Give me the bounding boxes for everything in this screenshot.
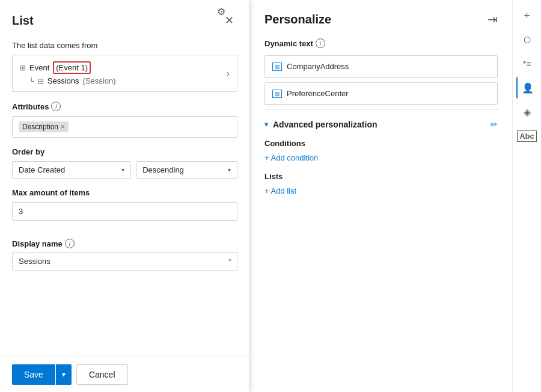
dynamic-text-header: Dynamic text i (264, 38, 498, 48)
attributes-box[interactable]: Description × (12, 116, 237, 138)
right-sidebar: + ⬡ *≡ 👤 ◈ Abc (512, 0, 541, 392)
data-source-content: ⊞ Event (Event 1) └ ⊟ Sessions (Session) (20, 61, 115, 85)
tree-icon: └ (29, 78, 34, 85)
sidebar-list-button[interactable]: *≡ (516, 53, 538, 75)
field-2-label: PreferenceCenter (287, 89, 349, 98)
dialog-title: List (12, 14, 34, 28)
plus-icon: + (524, 10, 530, 22)
chevron-right-icon: › (227, 69, 230, 78)
gear-icon[interactable]: ⚙ (217, 6, 225, 17)
max-items-label: Max amount of items (12, 188, 237, 197)
sidebar-brush-button[interactable]: ◈ (516, 101, 538, 123)
description-tag: Description × (19, 121, 69, 132)
order-direction-value: Descending (142, 165, 184, 174)
lists-title: Lists (264, 172, 498, 181)
connect-icon: ⬡ (524, 35, 531, 44)
list-icon: *≡ (523, 59, 531, 69)
save-dropdown-button[interactable]: ▾ (56, 364, 72, 385)
event-row: ⊞ Event (Event 1) (20, 61, 115, 74)
order-by-value: Date Created (19, 165, 65, 174)
field-1-label: CompanyAddress (287, 62, 349, 71)
sessions-table-icon: ⊟ (38, 77, 44, 85)
sidebar-add-button[interactable]: + (516, 5, 538, 26)
add-condition-link[interactable]: + Add condition (264, 153, 318, 162)
personalize-header: Personalize ⇥ (264, 12, 498, 26)
field-icon-1: ▥ (272, 63, 282, 71)
attributes-header: Attributes i (12, 102, 237, 111)
list-dialog: ⚙ List ✕ The list data comes from ⊞ Even… (0, 0, 249, 392)
preference-center-field[interactable]: ▥ PreferenceCenter (264, 82, 498, 105)
chevron-down-direction-icon: ▾ (228, 167, 231, 173)
sessions-text: Sessions (47, 76, 79, 85)
display-name-label: Display name (12, 239, 63, 248)
person-icon: 👤 (522, 82, 534, 94)
personalize-title: Personalize (264, 13, 331, 26)
dialog-footer: Save ▾ Cancel (0, 357, 249, 392)
required-star: * (228, 257, 231, 266)
tag-close-button[interactable]: × (61, 123, 65, 131)
data-source-label: The list data comes from (12, 41, 237, 50)
sidebar-connect-button[interactable]: ⬡ (516, 29, 538, 51)
brush-icon: ◈ (524, 106, 531, 118)
dialog-body: The list data comes from ⊞ Event (Event … (0, 35, 249, 357)
display-name-header: Display name i (12, 239, 237, 248)
add-list-link[interactable]: + Add list (264, 186, 296, 195)
save-button[interactable]: Save (12, 364, 55, 385)
tag-label: Description (22, 123, 58, 131)
dialog-header: List ✕ (0, 0, 249, 35)
chevron-down-advanced-icon: ▾ (264, 120, 268, 129)
advanced-header[interactable]: ▾ Advanced personalization ✏ (264, 120, 498, 129)
field-icon-2: ▥ (272, 90, 282, 98)
sidebar-person-button[interactable]: 👤 (516, 77, 538, 99)
event-text: Event (29, 63, 49, 72)
save-button-group: Save ▾ (12, 364, 72, 385)
attributes-label: Attributes (12, 102, 49, 111)
edit-icon[interactable]: ✏ (491, 120, 498, 129)
sessions-sub: (Session) (83, 76, 116, 85)
advanced-section: ▾ Advanced personalization ✏ Conditions … (264, 109, 498, 205)
chevron-down-order-icon: ▾ (121, 167, 124, 173)
display-name-wrapper: * (12, 252, 237, 271)
max-items-input[interactable]: 3 (12, 202, 237, 221)
order-by-row: Date Created ▾ Descending ▾ (12, 161, 237, 179)
dynamic-text-label: Dynamic text (264, 39, 313, 48)
attributes-info-icon: i (51, 102, 61, 111)
advanced-title: Advanced personalization (273, 120, 377, 129)
order-direction-select[interactable]: Descending ▾ (136, 161, 237, 179)
dynamic-text-info-icon: i (316, 38, 325, 48)
sessions-row: └ ⊟ Sessions (Session) (29, 76, 115, 85)
conditions-title: Conditions (264, 139, 498, 148)
personalize-forward-icon: ⇥ (488, 12, 498, 26)
event-highlight: (Event 1) (53, 61, 91, 74)
sidebar-text-button[interactable]: Abc (516, 125, 538, 147)
text-icon: Abc (517, 130, 537, 142)
display-name-info-icon: i (65, 239, 75, 248)
order-by-field-select[interactable]: Date Created ▾ (12, 161, 131, 179)
advanced-header-left: ▾ Advanced personalization (264, 120, 377, 129)
company-address-field[interactable]: ▥ CompanyAddress (264, 55, 498, 78)
data-source-box[interactable]: ⊞ Event (Event 1) └ ⊟ Sessions (Session)… (12, 55, 237, 92)
personalize-panel: Personalize ⇥ Dynamic text i ▥ CompanyAd… (249, 0, 512, 392)
cancel-button[interactable]: Cancel (76, 364, 128, 385)
display-name-input[interactable] (12, 252, 237, 271)
order-by-label: Order by (12, 147, 237, 156)
table-icon: ⊞ (20, 64, 26, 72)
